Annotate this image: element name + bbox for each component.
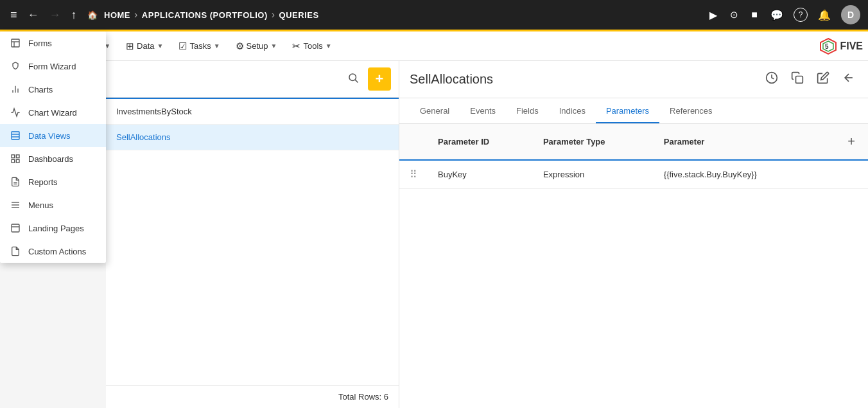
svg-rect-26 — [796, 76, 803, 84]
breadcrumb-queries[interactable]: QUERIES — [279, 10, 319, 20]
help-icon[interactable]: ? — [794, 8, 808, 22]
tabs: GeneralEventsFieldsIndicesParametersRefe… — [399, 98, 868, 124]
dropdown-item-custom-actions[interactable]: Custom Actions — [0, 240, 106, 263]
tab-events[interactable]: Events — [460, 98, 506, 123]
dropdown-item-label: Custom Actions — [28, 247, 86, 256]
parameters-table: Parameter ID Parameter Type Parameter + … — [399, 124, 868, 189]
svg-rect-9 — [12, 132, 19, 139]
dropdown-item-icon — [9, 177, 22, 187]
tools-menu[interactable]: ✂ Tools ▼ — [286, 37, 338, 56]
svg-rect-15 — [16, 159, 19, 163]
breadcrumb-home[interactable]: HOME — [104, 10, 130, 20]
top-right-icons: ▶ ⊙ ■ 💬 ? 🔔 D — [707, 5, 860, 24]
add-row-button[interactable]: + — [845, 132, 858, 152]
bell-icon[interactable]: 🔔 — [815, 6, 833, 24]
list-item[interactable]: InvestmentsByStock — [106, 98, 399, 125]
copy-icon[interactable] — [788, 69, 806, 90]
dropdown-item-label: Data Views — [28, 131, 71, 141]
chat-icon[interactable]: 💬 — [768, 6, 786, 24]
search-top-icon[interactable]: ⊙ — [727, 6, 741, 23]
data-menu[interactable]: ⊞ Data ▼ — [119, 37, 169, 56]
dropdown-item-menus[interactable]: Menus — [0, 193, 106, 217]
row-actions-cell — [819, 160, 868, 189]
footer: Total Rows: 6 — [106, 385, 399, 408]
tab-general[interactable]: General — [410, 98, 460, 123]
tasks-menu[interactable]: ☑ Tasks ▼ — [172, 37, 226, 56]
tab-indices[interactable]: Indices — [549, 98, 596, 123]
dropdown-item-icon — [9, 84, 22, 94]
search-button[interactable] — [343, 68, 363, 90]
table-header-row: Parameter ID Parameter Type Parameter + — [399, 124, 868, 160]
setup-chevron: ▼ — [271, 42, 277, 49]
back-panel-icon[interactable] — [840, 69, 858, 90]
tasks-label: Tasks — [189, 41, 211, 51]
history-icon[interactable] — [763, 69, 781, 90]
forward-icon[interactable]: → — [47, 6, 64, 24]
data-chevron: ▼ — [157, 42, 164, 49]
tab-parameters[interactable]: Parameters — [596, 98, 659, 123]
svg-rect-12 — [12, 155, 15, 158]
back-icon[interactable]: ← — [25, 6, 42, 24]
list-item[interactable]: SellAllocations — [106, 125, 399, 150]
col-param: Parameter — [654, 124, 820, 160]
tools-chevron: ▼ — [326, 42, 332, 49]
dropdown-item-icon — [9, 130, 22, 141]
five-logo-icon: 5 — [819, 37, 837, 55]
sec-toolbar: 👁 Visual ▼ ⚙ Logic ▼ ⊞ Data ▼ ☑ Tasks ▼ … — [0, 31, 868, 61]
dropdown-item-charts[interactable]: Charts — [0, 78, 106, 101]
five-logo-text: FIVE — [840, 40, 863, 52]
tools-label: Tools — [303, 41, 322, 51]
avatar[interactable]: D — [841, 5, 860, 24]
edit-icon[interactable] — [814, 69, 832, 90]
menu-icon[interactable]: ≡ — [8, 6, 20, 24]
dropdown-item-data-views[interactable]: Data Views — [0, 124, 106, 147]
data-icon: ⊞ — [126, 40, 134, 52]
add-button[interactable]: + — [368, 67, 391, 91]
drag-handle-icon[interactable]: ⠿ — [410, 169, 417, 180]
dropdown-item-icon — [9, 107, 22, 118]
dropdown-item-landing-pages[interactable]: Landing Pages — [0, 217, 106, 240]
dropdown-item-icon — [9, 61, 22, 71]
play-icon[interactable]: ▶ — [707, 6, 720, 24]
breadcrumb: 🏠 HOME › APPLICATIONS (PORTFOLIO) › QUER… — [85, 8, 702, 22]
dropdown-item-icon — [9, 38, 22, 48]
dropdown-item-label: Charts — [28, 85, 53, 94]
svg-rect-3 — [12, 39, 19, 47]
dropdown-item-forms[interactable]: Forms — [0, 31, 106, 55]
visual-dropdown-menu: Forms Form Wizard Charts Chart Wizard Da… — [0, 31, 106, 263]
right-panel-title: SellAllocations — [410, 72, 493, 87]
up-icon[interactable]: ↑ — [69, 6, 80, 24]
tasks-chevron: ▼ — [214, 42, 220, 49]
col-drag — [399, 124, 428, 160]
param-type-cell: Expression — [533, 160, 654, 189]
dropdown-item-form-wizard[interactable]: Form Wizard — [0, 55, 106, 78]
dropdown-item-dashboards[interactable]: Dashboards — [0, 147, 106, 170]
dropdown-item-reports[interactable]: Reports — [0, 170, 106, 193]
col-add[interactable]: + — [819, 124, 868, 160]
table-row: ⠿ BuyKey Expression {{five.stack.Buy.Buy… — [399, 160, 868, 189]
tab-fields[interactable]: Fields — [506, 98, 549, 123]
dropdown-item-label: Dashboards — [28, 154, 73, 164]
main-layout: + InvestmentsByStockSellAllocations Tota… — [0, 61, 868, 408]
left-panel-header: + — [106, 61, 399, 98]
col-param-type: Parameter Type — [533, 124, 654, 160]
param-cell: {{five.stack.Buy.BuyKey}} — [654, 160, 820, 189]
dropdown-item-chart-wizard[interactable]: Chart Wizard — [0, 101, 106, 124]
left-panel: + InvestmentsByStockSellAllocations Tota… — [106, 61, 399, 408]
dropdown-item-icon — [9, 154, 22, 164]
tab-references[interactable]: References — [659, 98, 722, 123]
stop-icon[interactable]: ■ — [749, 6, 760, 23]
breadcrumb-applications[interactable]: APPLICATIONS (PORTFOLIO) — [142, 10, 268, 20]
dropdown-item-label: Chart Wizard — [28, 108, 77, 118]
dropdown-item-label: Reports — [28, 177, 58, 187]
right-panel-header: SellAllocations — [399, 61, 868, 98]
home-icon[interactable]: 🏠 — [85, 8, 101, 22]
drag-handle-cell: ⠿ — [399, 160, 428, 189]
data-label: Data — [137, 41, 154, 51]
svg-rect-14 — [12, 159, 15, 163]
setup-menu[interactable]: ⚙ Setup ▼ — [229, 37, 284, 56]
dropdown-item-label: Form Wizard — [28, 62, 76, 71]
dropdown-item-label: Menus — [28, 200, 53, 210]
dropdown-item-label: Forms — [28, 39, 52, 48]
breadcrumb-sep2: › — [272, 9, 275, 21]
